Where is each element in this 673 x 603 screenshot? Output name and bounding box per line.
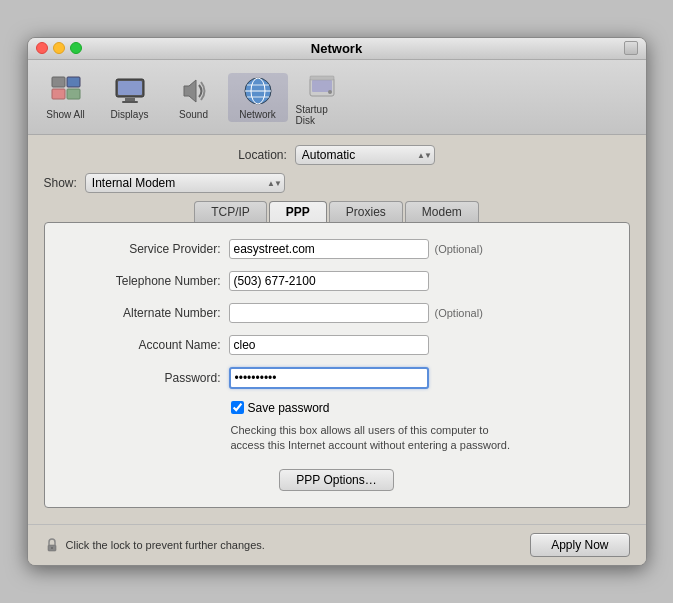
lock-icon[interactable] xyxy=(44,537,60,553)
tab-modem[interactable]: Modem xyxy=(405,201,479,222)
toolbar-show-all[interactable]: Show All xyxy=(36,73,96,122)
telephone-number-row: Telephone Number: xyxy=(61,271,613,291)
svg-rect-6 xyxy=(125,98,135,101)
alternate-number-input[interactable] xyxy=(229,303,429,323)
title-bar: Network xyxy=(28,38,646,60)
location-select-wrapper: Automatic xyxy=(295,145,435,165)
bottom-bar: Click the lock to prevent further change… xyxy=(28,524,646,565)
show-select-wrapper: Internal Modem xyxy=(85,173,285,193)
save-password-info-text: Checking this box allows all users of th… xyxy=(231,424,510,451)
toolbar-sound[interactable]: Sound xyxy=(164,73,224,122)
tab-proxies[interactable]: Proxies xyxy=(329,201,403,222)
account-name-row: Account Name: xyxy=(61,335,613,355)
password-row: Password: xyxy=(61,367,613,389)
show-label: Show: xyxy=(44,176,77,190)
network-label: Network xyxy=(239,109,276,120)
toolbar-network[interactable]: Network xyxy=(228,73,288,122)
svg-point-19 xyxy=(51,547,53,549)
password-label: Password: xyxy=(61,371,221,385)
displays-icon xyxy=(114,75,146,107)
svg-marker-8 xyxy=(184,80,196,102)
save-password-row: Save password xyxy=(231,401,613,415)
save-password-label: Save password xyxy=(248,401,330,415)
service-provider-label: Service Provider: xyxy=(61,242,221,256)
ppp-panel: Service Provider: (Optional) Telephone N… xyxy=(44,222,630,509)
service-provider-row: Service Provider: (Optional) xyxy=(61,239,613,259)
svg-rect-0 xyxy=(52,77,65,87)
toolbar-startup-disk[interactable]: Startup Disk xyxy=(292,68,352,128)
startup-disk-label: Startup Disk xyxy=(296,104,348,126)
main-window: Network Show All xyxy=(27,37,647,567)
svg-point-16 xyxy=(328,90,332,94)
svg-rect-2 xyxy=(52,89,65,99)
location-row: Location: Automatic xyxy=(44,145,630,165)
telephone-number-input[interactable] xyxy=(229,271,429,291)
alternate-number-optional: (Optional) xyxy=(435,307,483,319)
resize-button[interactable] xyxy=(624,41,638,55)
svg-rect-15 xyxy=(312,80,332,92)
svg-rect-3 xyxy=(67,89,80,99)
tab-tcp-ip[interactable]: TCP/IP xyxy=(194,201,267,222)
toolbar-displays[interactable]: Displays xyxy=(100,73,160,122)
svg-rect-17 xyxy=(310,76,334,80)
password-input[interactable] xyxy=(229,367,429,389)
minimize-button[interactable] xyxy=(53,42,65,54)
svg-rect-1 xyxy=(67,77,80,87)
location-label: Location: xyxy=(238,148,287,162)
alternate-number-row: Alternate Number: (Optional) xyxy=(61,303,613,323)
tabs: TCP/IP PPP Proxies Modem xyxy=(44,201,630,222)
location-select[interactable]: Automatic xyxy=(295,145,435,165)
traffic-lights xyxy=(36,42,82,54)
lock-text: Click the lock to prevent further change… xyxy=(66,539,265,551)
show-select[interactable]: Internal Modem xyxy=(85,173,285,193)
telephone-number-label: Telephone Number: xyxy=(61,274,221,288)
close-button[interactable] xyxy=(36,42,48,54)
content-area: Location: Automatic Show: Internal Modem… xyxy=(28,135,646,525)
alternate-number-label: Alternate Number: xyxy=(61,306,221,320)
sound-icon xyxy=(178,75,210,107)
maximize-button[interactable] xyxy=(70,42,82,54)
save-password-info: Checking this box allows all users of th… xyxy=(231,423,571,454)
tab-ppp[interactable]: PPP xyxy=(269,201,327,222)
ppp-options-button[interactable]: PPP Options… xyxy=(279,469,393,491)
network-icon xyxy=(242,75,274,107)
svg-rect-7 xyxy=(122,101,138,103)
toolbar: Show All Displays Sound xyxy=(28,60,646,135)
show-all-icon xyxy=(50,75,82,107)
lock-section: Click the lock to prevent further change… xyxy=(44,537,265,553)
svg-rect-5 xyxy=(118,81,142,95)
save-password-checkbox[interactable] xyxy=(231,401,244,414)
account-name-label: Account Name: xyxy=(61,338,221,352)
show-row: Show: Internal Modem xyxy=(44,173,630,193)
service-provider-optional: (Optional) xyxy=(435,243,483,255)
apply-now-button[interactable]: Apply Now xyxy=(530,533,629,557)
service-provider-input[interactable] xyxy=(229,239,429,259)
displays-label: Displays xyxy=(111,109,149,120)
account-name-input[interactable] xyxy=(229,335,429,355)
sound-label: Sound xyxy=(179,109,208,120)
window-title: Network xyxy=(311,41,362,56)
show-all-label: Show All xyxy=(46,109,84,120)
startup-disk-icon xyxy=(306,70,338,102)
